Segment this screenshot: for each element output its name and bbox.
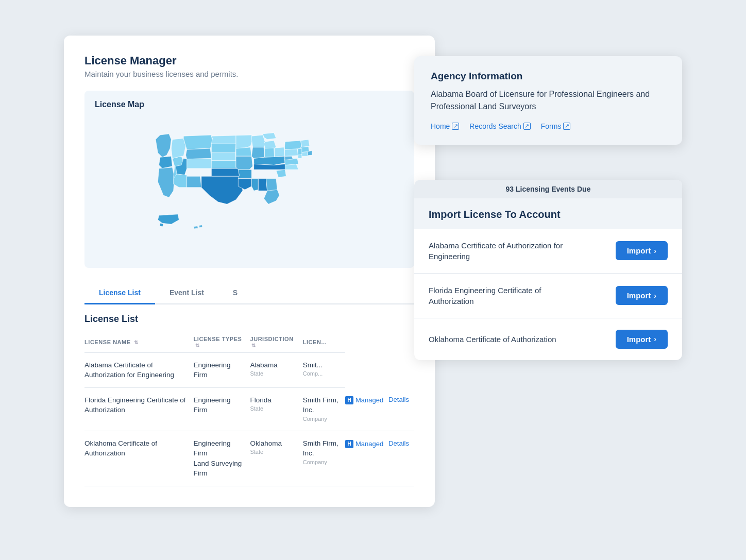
arrow-icon: › (654, 292, 656, 300)
col-jurisdiction: Jurisdiction ⇅ (250, 332, 302, 353)
agency-link-records-search[interactable]: Records Search ↗ (469, 122, 530, 130)
row2-jurisdiction: Florida State (250, 387, 302, 431)
row1-licensee: Smit... Comp... (303, 352, 345, 387)
sort-icon-jurisdiction: ⇅ (251, 343, 256, 348)
col-types: License Types ⇅ (194, 332, 250, 353)
app-title: License Manager (84, 54, 414, 67)
agency-card-title: Agency Information (431, 71, 666, 82)
agency-card: Agency Information Alabama Board of Lice… (414, 56, 682, 145)
import-button-2[interactable]: Import › (616, 286, 668, 305)
import-item-3: Oklahoma Certificate of Authorization Im… (414, 318, 682, 360)
tab-other[interactable]: S (218, 282, 252, 304)
import-button-3[interactable]: Import › (616, 330, 668, 349)
main-card: License Manager Maintain your business l… (64, 36, 435, 507)
import-item-1-name: Alabama Certificate of Authorization for… (429, 240, 583, 262)
row3-jurisdiction: Oklahoma State (250, 431, 302, 486)
row2-types: Engineering Firm (194, 387, 250, 431)
row2-name: Florida Engineering Certificate of Autho… (84, 387, 194, 431)
tabs-row: License List Event List S (84, 282, 414, 304)
row3-status: H Managed (345, 431, 388, 486)
app-subtitle: Maintain your business licenses and perm… (84, 70, 414, 78)
import-button-1[interactable]: Import › (616, 241, 668, 260)
usa-map (100, 122, 399, 256)
page-wrapper: License Manager Maintain your business l… (64, 36, 682, 525)
managed-h-icon: H (345, 440, 353, 448)
import-item-2-name: Florida Engineering Certificate of Autho… (429, 285, 583, 307)
import-item-3-name: Oklahoma Certificate of Authorization (429, 334, 556, 345)
events-banner: 93 Licensing Events Due (414, 180, 682, 198)
external-link-icon: ↗ (452, 123, 459, 130)
table-row: Florida Engineering Certificate of Autho… (84, 387, 414, 431)
arrow-icon: › (654, 247, 656, 255)
row3-types: Engineering Firm Land Surveying Firm (194, 431, 250, 486)
import-item-1: Alabama Certificate of Authorization for… (414, 229, 682, 274)
sort-icon-types: ⇅ (195, 343, 200, 348)
row2-status: H Managed (345, 387, 388, 431)
agency-links: Home ↗ Records Search ↗ Forms ↗ (431, 122, 666, 130)
row1-types: Engineering Firm (194, 352, 250, 387)
map-section: License Map (84, 91, 414, 268)
sort-icon-name: ⇅ (134, 340, 139, 345)
tab-event-list[interactable]: Event List (155, 282, 218, 304)
row2-licensee: Smith Firm, Inc. Company (303, 387, 345, 431)
agency-link-home[interactable]: Home ↗ (431, 122, 459, 130)
row1-jurisdiction: Alabama State (250, 352, 302, 387)
row1-name: Alabama Certificate of Authorization for… (84, 352, 194, 387)
row3-details[interactable]: Details (388, 431, 414, 486)
row3-name: Oklahoma Certificate of Authorization (84, 431, 194, 486)
map-title: License Map (95, 100, 404, 109)
col-name: License Name ⇅ (84, 332, 194, 353)
agency-name: Alabama Board of Licensure for Professio… (431, 88, 666, 113)
map-container (95, 116, 404, 261)
import-card-title: Import License To Account (414, 198, 682, 229)
import-card: 93 Licensing Events Due Import License T… (414, 180, 682, 360)
tab-license-list[interactable]: License List (84, 282, 155, 304)
license-list-title: License List (84, 314, 414, 325)
external-link-icon: ↗ (523, 123, 531, 130)
managed-h-icon: H (345, 396, 353, 404)
arrow-icon: › (654, 335, 656, 343)
agency-link-forms[interactable]: Forms ↗ (541, 122, 571, 130)
col-licensee: Licen... (303, 332, 345, 353)
license-table: License Name ⇅ License Types ⇅ Jurisdict… (84, 332, 414, 486)
row2-details[interactable]: Details (388, 387, 414, 431)
import-item-2: Florida Engineering Certificate of Autho… (414, 274, 682, 318)
table-row: Oklahoma Certificate of Authorization En… (84, 431, 414, 486)
row3-licensee: Smith Firm, Inc. Company (303, 431, 345, 486)
external-link-icon: ↗ (563, 123, 570, 130)
table-row: Alabama Certificate of Authorization for… (84, 352, 414, 387)
